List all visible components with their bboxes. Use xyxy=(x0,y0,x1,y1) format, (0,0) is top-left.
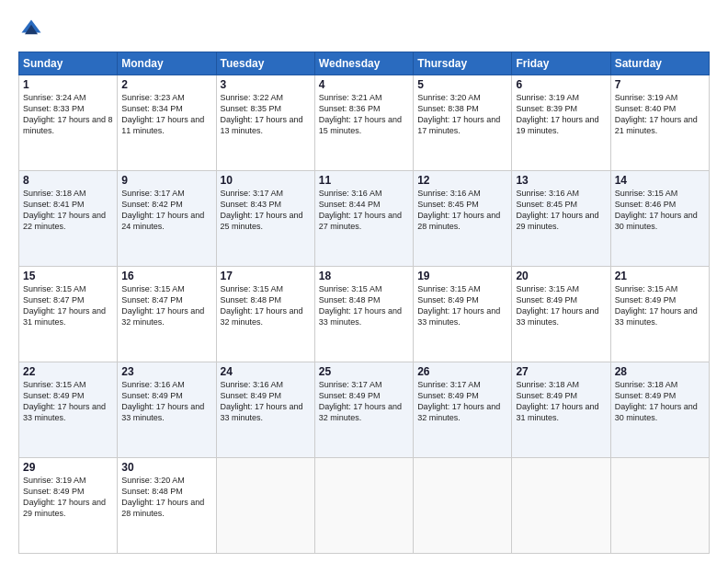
cell-details: Sunrise: 3:15 AMSunset: 8:49 PMDaylight:… xyxy=(615,283,705,328)
calendar-cell: 28Sunrise: 3:18 AMSunset: 8:49 PMDayligh… xyxy=(610,362,709,458)
calendar-cell: 14Sunrise: 3:15 AMSunset: 8:46 PMDayligh… xyxy=(610,171,709,267)
calendar-cell: 21Sunrise: 3:15 AMSunset: 8:49 PMDayligh… xyxy=(610,267,709,362)
calendar-cell: 7Sunrise: 3:19 AMSunset: 8:40 PMDaylight… xyxy=(610,75,709,171)
logo xyxy=(18,17,48,42)
calendar-cell xyxy=(216,458,314,554)
day-number: 11 xyxy=(319,174,409,187)
cell-details: Sunrise: 3:17 AMSunset: 8:42 PMDaylight:… xyxy=(121,188,211,233)
calendar-cell: 4Sunrise: 3:21 AMSunset: 8:36 PMDaylight… xyxy=(314,75,413,171)
header xyxy=(18,17,710,42)
day-number: 28 xyxy=(615,365,705,378)
day-number: 26 xyxy=(417,365,507,378)
cell-details: Sunrise: 3:18 AMSunset: 8:49 PMDaylight:… xyxy=(615,379,705,424)
day-number: 19 xyxy=(417,270,507,282)
calendar-cell: 20Sunrise: 3:15 AMSunset: 8:49 PMDayligh… xyxy=(512,267,610,362)
day-number: 22 xyxy=(23,365,113,378)
calendar-cell: 1Sunrise: 3:24 AMSunset: 8:33 PMDaylight… xyxy=(19,75,118,171)
calendar-week-row: 15Sunrise: 3:15 AMSunset: 8:47 PMDayligh… xyxy=(19,267,710,362)
day-number: 1 xyxy=(23,78,113,91)
cell-details: Sunrise: 3:18 AMSunset: 8:41 PMDaylight:… xyxy=(23,188,113,233)
cell-details: Sunrise: 3:19 AMSunset: 8:39 PMDaylight:… xyxy=(516,92,606,137)
cell-details: Sunrise: 3:18 AMSunset: 8:49 PMDaylight:… xyxy=(516,379,606,424)
calendar-header-saturday: Saturday xyxy=(610,52,709,75)
calendar-header-wednesday: Wednesday xyxy=(314,52,413,75)
cell-details: Sunrise: 3:16 AMSunset: 8:45 PMDaylight:… xyxy=(516,188,606,233)
day-number: 10 xyxy=(221,174,311,187)
cell-details: Sunrise: 3:19 AMSunset: 8:49 PMDaylight:… xyxy=(23,475,113,520)
calendar-header-monday: Monday xyxy=(118,52,216,75)
cell-details: Sunrise: 3:16 AMSunset: 8:49 PMDaylight:… xyxy=(221,379,311,424)
cell-details: Sunrise: 3:17 AMSunset: 8:49 PMDaylight:… xyxy=(417,379,507,424)
cell-details: Sunrise: 3:15 AMSunset: 8:48 PMDaylight:… xyxy=(319,283,409,328)
calendar-header-thursday: Thursday xyxy=(414,52,512,75)
cell-details: Sunrise: 3:16 AMSunset: 8:45 PMDaylight:… xyxy=(417,188,507,233)
calendar-header-friday: Friday xyxy=(512,52,610,75)
day-number: 21 xyxy=(615,270,705,282)
calendar-cell: 15Sunrise: 3:15 AMSunset: 8:47 PMDayligh… xyxy=(19,267,118,362)
cell-details: Sunrise: 3:16 AMSunset: 8:49 PMDaylight:… xyxy=(121,379,211,424)
calendar-cell: 8Sunrise: 3:18 AMSunset: 8:41 PMDaylight… xyxy=(19,171,118,267)
day-number: 4 xyxy=(319,78,409,91)
day-number: 25 xyxy=(319,365,409,378)
cell-details: Sunrise: 3:20 AMSunset: 8:38 PMDaylight:… xyxy=(417,92,507,137)
calendar-header-sunday: Sunday xyxy=(19,52,118,75)
calendar-cell: 3Sunrise: 3:22 AMSunset: 8:35 PMDaylight… xyxy=(216,75,314,171)
calendar-cell: 16Sunrise: 3:15 AMSunset: 8:47 PMDayligh… xyxy=(118,267,216,362)
day-number: 16 xyxy=(121,270,211,282)
day-number: 5 xyxy=(417,78,507,91)
calendar-cell: 6Sunrise: 3:19 AMSunset: 8:39 PMDaylight… xyxy=(512,75,610,171)
calendar-cell: 29Sunrise: 3:19 AMSunset: 8:49 PMDayligh… xyxy=(19,458,118,554)
calendar-cell: 13Sunrise: 3:16 AMSunset: 8:45 PMDayligh… xyxy=(512,171,610,267)
calendar-cell: 23Sunrise: 3:16 AMSunset: 8:49 PMDayligh… xyxy=(118,362,216,458)
calendar-cell: 25Sunrise: 3:17 AMSunset: 8:49 PMDayligh… xyxy=(314,362,413,458)
day-number: 30 xyxy=(121,461,211,474)
day-number: 15 xyxy=(23,270,113,282)
calendar-cell xyxy=(512,458,610,554)
day-number: 3 xyxy=(221,78,311,91)
cell-details: Sunrise: 3:15 AMSunset: 8:49 PMDaylight:… xyxy=(23,379,113,424)
day-number: 23 xyxy=(121,365,211,378)
cell-details: Sunrise: 3:24 AMSunset: 8:33 PMDaylight:… xyxy=(23,92,113,137)
calendar-table: SundayMondayTuesdayWednesdayThursdayFrid… xyxy=(18,52,710,554)
day-number: 6 xyxy=(516,78,606,91)
calendar-cell: 24Sunrise: 3:16 AMSunset: 8:49 PMDayligh… xyxy=(216,362,314,458)
cell-details: Sunrise: 3:15 AMSunset: 8:47 PMDaylight:… xyxy=(23,283,113,328)
page: SundayMondayTuesdayWednesdayThursdayFrid… xyxy=(0,0,728,563)
day-number: 29 xyxy=(23,461,113,474)
calendar-header-row: SundayMondayTuesdayWednesdayThursdayFrid… xyxy=(19,52,710,75)
day-number: 2 xyxy=(121,78,211,91)
day-number: 7 xyxy=(615,78,705,91)
calendar-cell: 12Sunrise: 3:16 AMSunset: 8:45 PMDayligh… xyxy=(414,171,512,267)
day-number: 8 xyxy=(23,174,113,187)
calendar-cell: 19Sunrise: 3:15 AMSunset: 8:49 PMDayligh… xyxy=(414,267,512,362)
day-number: 18 xyxy=(319,270,409,282)
cell-details: Sunrise: 3:17 AMSunset: 8:43 PMDaylight:… xyxy=(221,188,311,233)
calendar-week-row: 8Sunrise: 3:18 AMSunset: 8:41 PMDaylight… xyxy=(19,171,710,267)
calendar-cell: 2Sunrise: 3:23 AMSunset: 8:34 PMDaylight… xyxy=(118,75,216,171)
calendar-cell: 18Sunrise: 3:15 AMSunset: 8:48 PMDayligh… xyxy=(314,267,413,362)
cell-details: Sunrise: 3:15 AMSunset: 8:46 PMDaylight:… xyxy=(615,188,705,233)
cell-details: Sunrise: 3:15 AMSunset: 8:49 PMDaylight:… xyxy=(516,283,606,328)
calendar-cell xyxy=(414,458,512,554)
calendar-cell: 5Sunrise: 3:20 AMSunset: 8:38 PMDaylight… xyxy=(414,75,512,171)
cell-details: Sunrise: 3:15 AMSunset: 8:48 PMDaylight:… xyxy=(221,283,311,328)
logo-icon xyxy=(18,17,44,42)
day-number: 13 xyxy=(516,174,606,187)
day-number: 14 xyxy=(615,174,705,187)
day-number: 27 xyxy=(516,365,606,378)
cell-details: Sunrise: 3:20 AMSunset: 8:48 PMDaylight:… xyxy=(121,475,211,520)
calendar-cell: 27Sunrise: 3:18 AMSunset: 8:49 PMDayligh… xyxy=(512,362,610,458)
cell-details: Sunrise: 3:17 AMSunset: 8:49 PMDaylight:… xyxy=(319,379,409,424)
cell-details: Sunrise: 3:15 AMSunset: 8:49 PMDaylight:… xyxy=(417,283,507,328)
cell-details: Sunrise: 3:15 AMSunset: 8:47 PMDaylight:… xyxy=(121,283,211,328)
calendar-cell: 11Sunrise: 3:16 AMSunset: 8:44 PMDayligh… xyxy=(314,171,413,267)
calendar-cell: 9Sunrise: 3:17 AMSunset: 8:42 PMDaylight… xyxy=(118,171,216,267)
cell-details: Sunrise: 3:21 AMSunset: 8:36 PMDaylight:… xyxy=(319,92,409,137)
calendar-cell: 26Sunrise: 3:17 AMSunset: 8:49 PMDayligh… xyxy=(414,362,512,458)
calendar-cell: 30Sunrise: 3:20 AMSunset: 8:48 PMDayligh… xyxy=(118,458,216,554)
calendar-week-row: 1Sunrise: 3:24 AMSunset: 8:33 PMDaylight… xyxy=(19,75,710,171)
calendar-cell: 10Sunrise: 3:17 AMSunset: 8:43 PMDayligh… xyxy=(216,171,314,267)
cell-details: Sunrise: 3:16 AMSunset: 8:44 PMDaylight:… xyxy=(319,188,409,233)
calendar-header-tuesday: Tuesday xyxy=(216,52,314,75)
calendar-cell xyxy=(610,458,709,554)
